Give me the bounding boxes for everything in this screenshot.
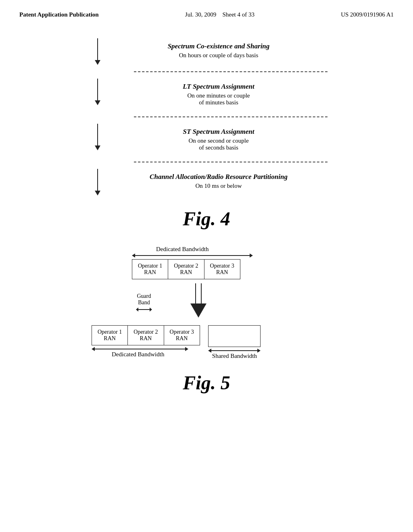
h-arrowhead-left-bottom	[92, 347, 95, 351]
bottom-dedicated-section: Operator 1RAN Operator 2RAN Operator 3RA…	[71, 325, 200, 358]
h-arrowhead-right-top	[250, 254, 253, 258]
fig4-caption: Fig. 4	[183, 208, 230, 230]
top-op2-box: Operator 2RAN	[168, 259, 204, 279]
guard-arrow-right	[150, 308, 152, 312]
header-right: US 2009/0191906 A1	[341, 11, 394, 18]
vline-1a	[97, 38, 98, 46]
vline-1b	[97, 46, 98, 60]
flow-item-3: ST Spectrum Assignment On one second or …	[110, 124, 327, 155]
h-arrowhead-right-bottom	[185, 347, 188, 351]
h-arrow-line-top	[135, 255, 250, 256]
arrow-col-1	[86, 38, 110, 65]
flow-subtitle-1: On hours or couple of days basis	[110, 52, 327, 59]
guard-arrow-line	[138, 309, 150, 310]
top-bandwidth-section: Dedicated Bandwidth Operator 1RAN Operat…	[112, 246, 313, 279]
vline-4b	[97, 176, 98, 191]
arrowhead-1	[95, 60, 100, 65]
page-header: Patent Application Publication Jul. 30, …	[0, 0, 413, 22]
h-arrowhead-right-shared	[257, 349, 261, 353]
middle-section: GuardBand	[112, 283, 313, 321]
flow-title-2: LT Spectrum Assignment	[110, 83, 327, 91]
bottom-op2-box: Operator 2RAN	[128, 325, 164, 345]
dedicated-bw-label-top: Dedicated Bandwidth	[156, 246, 209, 253]
vline-2b	[97, 86, 98, 100]
top-op3-box: Operator 3RAN	[204, 259, 240, 279]
arrowhead-3	[95, 145, 100, 150]
guard-band-section: GuardBand	[124, 293, 164, 312]
arrow-col-3	[86, 124, 110, 150]
flow-container: Spectrum Co-existence and Sharing On hou…	[24, 38, 389, 195]
patent-number: US 2009/0191906 A1	[341, 11, 394, 18]
publication-date: Jul. 30, 2009	[185, 11, 217, 18]
flow-title-4: Channel Allocation/Radio Resource Partit…	[110, 173, 327, 181]
svg-marker-2	[190, 303, 206, 318]
dedicated-bw-label-bottom: Dedicated Bandwidth	[112, 351, 164, 358]
h-arrow-line-bottom	[95, 349, 185, 349]
bottom-operators-row: Operator 1RAN Operator 2RAN Operator 3RA…	[92, 325, 200, 345]
header-center: Jul. 30, 2009 Sheet 4 of 33	[185, 11, 254, 18]
fig5-section: Dedicated Bandwidth Operator 1RAN Operat…	[24, 246, 389, 398]
h-arrow-line-shared	[211, 350, 257, 351]
dashed-sep-2	[134, 116, 327, 117]
vline-3a	[97, 124, 98, 131]
flow-subtitle-2: On one minutes or coupleof minutes basis	[110, 92, 327, 106]
flow-item-4: Channel Allocation/Radio Resource Partit…	[110, 169, 327, 193]
flow-title-1: Spectrum Co-existence and Sharing	[110, 42, 327, 50]
arrow-col-4	[86, 169, 110, 195]
bottom-shared-section: Shared Bandwidth	[208, 325, 261, 360]
flow-subtitle-3: On one second or coupleof seconds basis	[110, 137, 327, 151]
fig4-section: Spectrum Co-existence and Sharing On hou…	[24, 30, 389, 234]
large-down-arrow	[188, 283, 209, 321]
h-arrowhead-left-top	[132, 254, 135, 258]
flow-subtitle-4: On 10 ms or below	[110, 183, 327, 189]
shared-bw-label: Shared Bandwidth	[212, 353, 257, 360]
vline-2a	[97, 79, 98, 86]
large-arrow-svg	[188, 283, 209, 320]
top-op1-box: Operator 1RAN	[132, 259, 168, 279]
bottom-op3-box: Operator 3RAN	[164, 325, 200, 345]
flow-title-3: ST Spectrum Assignment	[110, 128, 327, 136]
shared-box	[208, 325, 261, 347]
flow-item-2: LT Spectrum Assignment On one minutes or…	[110, 79, 327, 110]
fig5-caption: Fig. 5	[183, 372, 230, 394]
top-operators-row: Operator 1RAN Operator 2RAN Operator 3RA…	[132, 259, 313, 279]
h-arrowhead-left-shared	[208, 349, 211, 353]
bottom-op1-box: Operator 1RAN	[92, 325, 128, 345]
flow-item-1: Spectrum Co-existence and Sharing On hou…	[110, 38, 327, 63]
dashed-sep-1	[134, 71, 327, 72]
arrowhead-4	[95, 191, 100, 195]
dashed-sep-3	[134, 162, 327, 162]
guard-band-label: GuardBand	[137, 293, 151, 306]
fig4-content: Spectrum Co-existence and Sharing On hou…	[0, 22, 413, 406]
publication-title: Patent Application Publication	[19, 11, 99, 18]
arrowhead-2	[95, 100, 100, 105]
vline-4a	[97, 169, 98, 176]
vline-3b	[97, 131, 98, 145]
header-left: Patent Application Publication	[19, 11, 99, 18]
arrow-col-2	[86, 79, 110, 105]
sheet-info: Sheet 4 of 33	[222, 11, 254, 18]
bottom-section: Operator 1RAN Operator 2RAN Operator 3RA…	[71, 325, 346, 360]
